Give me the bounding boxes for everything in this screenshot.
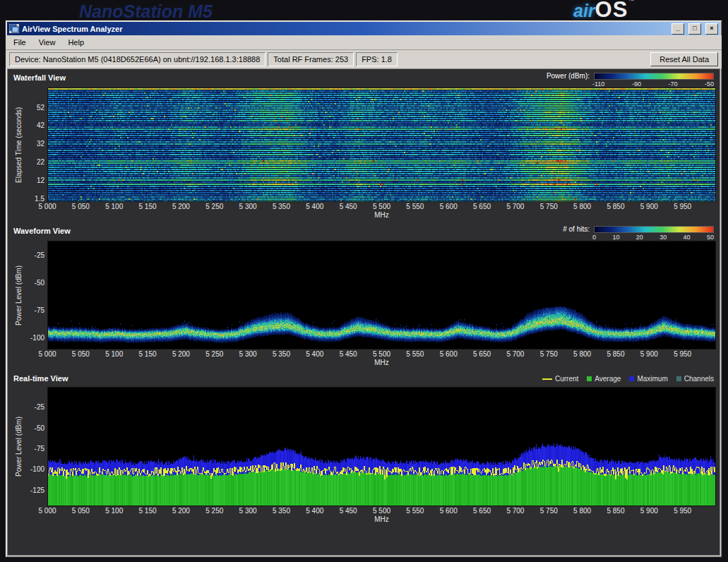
realtime-canvas[interactable] [48,388,715,506]
app-icon [9,24,19,33]
hits-gradient-bar [594,226,714,233]
x-tick-label: 5 500 [373,507,390,515]
power-scale-legend: Power (dBm): -110-90-70-50 [547,72,714,88]
scale-tick-label: -70 [668,80,677,88]
power-gradient-bar [594,73,714,80]
waveform-x-ticks: 5 0005 0505 1005 1505 2005 2505 3005 350… [47,349,716,359]
x-tick-label: 5 850 [607,350,624,358]
x-tick-label: 5 000 [38,203,56,210]
legend-item-label: Maximum [637,375,667,383]
x-tick-label: 5 400 [306,507,323,515]
scale-tick-label: -90 [632,80,641,88]
x-tick-label: 5 800 [573,203,591,210]
waveform-view-title: Waveform View [13,225,71,235]
x-tick-label: 5 200 [172,350,190,358]
x-tick-label: 5 800 [573,350,591,358]
waterfall-x-ticks: 5 0005 0505 1005 1505 2005 2505 3005 350… [47,202,716,211]
realtime-view-panel: Real-time View CurrentAverageMaximumChan… [13,373,714,525]
x-tick-label: 5 250 [205,507,223,515]
x-tick-label: 5 600 [440,203,458,210]
window-titlebar[interactable]: AirView Spectrum Analyzer _ □ × [7,22,720,35]
y-tick-label: -50 [35,424,44,431]
y-tick-label: -125 [30,486,44,494]
waterfall-canvas[interactable] [48,88,715,201]
close-button[interactable]: × [705,23,718,35]
legend-item-average: Average [587,375,621,383]
x-tick-label: 5 100 [105,350,123,358]
minimize-button[interactable]: _ [672,23,684,35]
reset-all-data-button[interactable]: Reset All Data [650,52,718,66]
waveform-canvas[interactable] [48,241,715,349]
y-tick-label: 22 [37,158,44,166]
y-tick-label: 12 [37,177,44,184]
menu-help[interactable]: Help [61,37,90,48]
x-tick-label: 5 250 [205,350,223,358]
x-tick-label: 5 550 [406,350,424,358]
waterfall-view-panel: Waterfall View Power (dBm): -110-90-70-5… [13,72,714,221]
waterfall-plot[interactable] [47,88,716,202]
maximum-swatch-icon [629,376,634,381]
y-tick-label: 32 [37,140,44,148]
fps-status: FPS: 1.8 [356,52,398,66]
x-tick-label: 5 950 [674,507,691,515]
legend-item-label: Channels [684,375,714,383]
x-tick-label: 5 100 [105,507,123,515]
rf-frames-status: Total RF Frames: 253 [268,52,354,66]
realtime-plot[interactable] [47,387,716,506]
airview-window: AirView Spectrum Analyzer _ □ × File Vie… [5,20,722,558]
x-tick-label: 5 150 [139,203,157,210]
x-tick-label: 5 500 [373,203,390,210]
x-tick-label: 5 650 [473,507,491,515]
main-content: Waterfall View Power (dBm): -110-90-70-5… [7,68,720,556]
y-tick-label: -50 [35,278,44,286]
airos-logo-tm: ™ [628,0,634,4]
x-tick-label: 5 200 [172,507,190,515]
channels-swatch-icon [676,376,681,381]
y-tick-label: -100 [30,465,44,473]
window-title: AirView Spectrum Analyzer [22,25,667,33]
waveform-view-panel: Waveform View # of hits: 01020304050 Pow… [13,225,714,369]
x-tick-label: 5 350 [273,203,290,210]
x-tick-label: 5 750 [540,203,558,210]
x-tick-label: 5 350 [273,350,290,358]
menu-view[interactable]: View [32,37,62,48]
y-tick-label: 42 [37,121,44,129]
x-tick-label: 5 600 [440,507,458,515]
x-tick-label: 5 950 [674,203,691,210]
scale-tick-label: 50 [707,234,714,241]
waterfall-x-axis-label: MHz [47,211,716,221]
x-tick-label: 5 550 [406,507,424,515]
y-tick-label: -75 [35,306,44,313]
waveform-x-axis-label: MHz [47,359,716,369]
x-tick-label: 5 300 [239,350,257,358]
waterfall-y-axis-label: Elapsed Time (seconds) [13,88,23,202]
x-tick-label: 5 750 [540,507,558,515]
y-tick-label: 1.5 [35,195,44,203]
x-tick-label: 5 550 [406,203,424,210]
x-tick-label: 5 450 [340,350,357,358]
hits-scale-label: # of hits: [563,225,590,233]
current-swatch-icon [542,378,552,380]
maximize-button[interactable]: □ [688,23,701,35]
realtime-y-ticks: -25-50-75-100-125 [23,387,47,506]
x-tick-label: 5 650 [473,203,491,210]
scale-tick-label: 0 [592,234,596,241]
x-tick-label: 5 050 [72,203,90,210]
waveform-plot[interactable] [47,241,716,349]
menu-file[interactable]: File [7,37,32,48]
legend-item-label: Current [555,375,578,383]
x-tick-label: 5 850 [607,507,624,515]
realtime-x-ticks: 5 0005 0505 1005 1505 2005 2505 3005 350… [47,506,716,515]
airos-logo-os: OS [595,0,628,22]
x-tick-label: 5 700 [506,507,524,515]
background-device-heading: NanoStation M5 [79,1,213,22]
y-tick-label: -100 [30,334,44,342]
hits-scale-legend: # of hits: 01020304050 [563,225,714,241]
y-tick-label: 52 [37,103,44,111]
scale-tick-label: 40 [684,234,691,241]
legend-item-channels: Channels [676,375,714,383]
x-tick-label: 5 000 [38,507,56,515]
x-tick-label: 5 400 [306,203,323,210]
average-swatch-icon [587,376,592,381]
x-tick-label: 5 200 [172,203,190,210]
